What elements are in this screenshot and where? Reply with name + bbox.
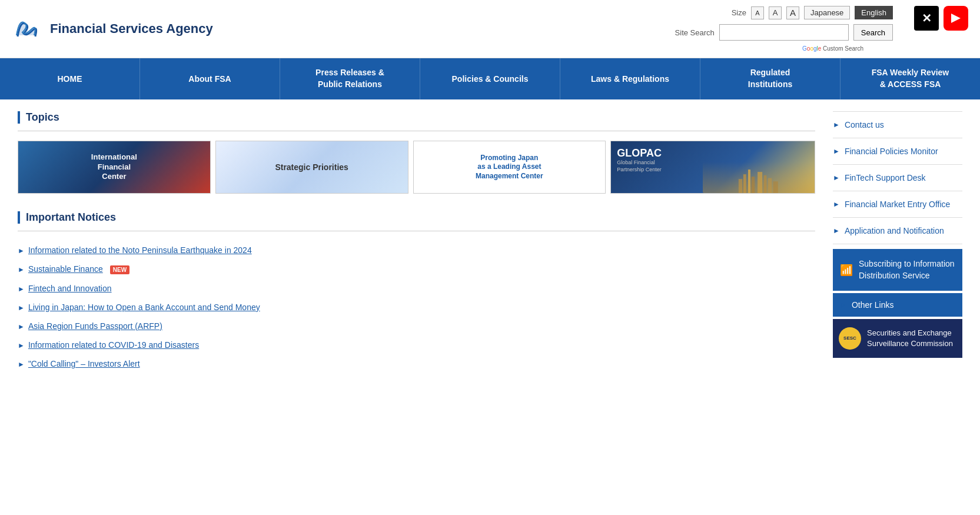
nav-about-fsa[interactable]: About FSA bbox=[140, 58, 280, 99]
main-nav: HOME About FSA Press Releases &Public Re… bbox=[0, 58, 980, 99]
list-item: ► Living in Japan: How to Open a Bank Ac… bbox=[18, 298, 815, 317]
size-small-button[interactable]: A bbox=[751, 6, 764, 19]
topic-card-promoting-japan[interactable]: Promoting Japanas a Leading AssetManagem… bbox=[413, 141, 606, 194]
search-row: Site Search Search bbox=[675, 24, 893, 41]
svg-rect-0 bbox=[12, 13, 44, 45]
arrow-icon: ► bbox=[18, 304, 25, 312]
main-content: Topics InternationalFinancialCenter Stra… bbox=[0, 99, 980, 385]
sidebar-link-label: Financial Policies Monitor bbox=[845, 147, 938, 156]
glopac-city-svg bbox=[702, 165, 813, 193]
topics-divider bbox=[18, 131, 815, 131]
header-top-right: Size A A A Japanese English Site Search … bbox=[675, 6, 968, 52]
nav-home[interactable]: HOME bbox=[0, 58, 140, 99]
google-custom-search-label: Google Custom Search bbox=[802, 45, 863, 52]
sidebar-cta-text: Subscribing to Information Distribution … bbox=[859, 258, 955, 281]
nav-regulated[interactable]: RegulatedInstitutions bbox=[700, 58, 841, 99]
sidebar-link-label: FinTech Support Desk bbox=[845, 173, 926, 182]
sidebar-arrow-icon: ► bbox=[833, 227, 840, 235]
topic-card-strategic-label: Strategic Priorities bbox=[271, 159, 352, 175]
logo-text: Financial Services Agency bbox=[50, 21, 213, 36]
japanese-lang-button[interactable]: Japanese bbox=[804, 6, 850, 19]
glopac-subtitle: Global FinancialPartnership Center bbox=[617, 160, 662, 173]
size-mid-button[interactable]: A bbox=[769, 6, 782, 19]
notice-link-sustainable[interactable]: Sustainable Finance bbox=[28, 264, 103, 274]
search-button[interactable]: Search bbox=[853, 24, 893, 41]
notice-link-arfp[interactable]: Asia Region Funds Passport (ARFP) bbox=[28, 321, 162, 331]
svg-rect-6 bbox=[763, 175, 766, 193]
sidebar-subscribe-cta[interactable]: 📶 Subscribing to Information Distributio… bbox=[833, 249, 962, 291]
size-large-button[interactable]: A bbox=[786, 6, 799, 19]
sesc-badge: SESC bbox=[839, 327, 861, 350]
sidebar-link-label: Application and Notification bbox=[845, 226, 944, 235]
topic-card-pj-label: Promoting Japanas a Leading AssetManagem… bbox=[473, 151, 546, 184]
search-label: Site Search bbox=[675, 28, 715, 37]
notice-list: ► Information related to the Noto Penins… bbox=[18, 241, 815, 373]
x-twitter-icon[interactable]: ✕ bbox=[914, 6, 939, 31]
notices-title: Important Notices bbox=[18, 211, 815, 224]
list-item: ► "Cold Calling" – Investors Alert bbox=[18, 354, 815, 373]
wifi-icon: 📶 bbox=[840, 264, 853, 277]
nav-laws[interactable]: Laws & Regulations bbox=[560, 58, 700, 99]
sidebar-link-label: Contact us bbox=[845, 120, 884, 129]
notice-link-noto[interactable]: Information related to the Noto Peninsul… bbox=[28, 245, 252, 255]
notices-divider bbox=[18, 231, 815, 231]
topic-cards: InternationalFinancialCenter Strategic P… bbox=[18, 141, 815, 194]
notice-link-fintech[interactable]: Fintech and Innovation bbox=[28, 284, 112, 293]
topic-card-ifc[interactable]: InternationalFinancialCenter bbox=[18, 141, 211, 194]
sidebar-financial-market[interactable]: ► Financial Market Entry Office bbox=[833, 191, 962, 218]
nav-policies[interactable]: Policies & Councils bbox=[420, 58, 560, 99]
list-item: ► Fintech and Innovation bbox=[18, 279, 815, 298]
header: Financial Services Agency Size A A A Jap… bbox=[0, 0, 980, 58]
sidebar-financial-policies[interactable]: ► Financial Policies Monitor bbox=[833, 138, 962, 165]
fsa-logo-icon bbox=[12, 13, 44, 45]
sidebar-link-label: Financial Market Entry Office bbox=[845, 200, 950, 209]
sidebar: ► Contact us ► Financial Policies Monito… bbox=[833, 111, 962, 373]
sidebar-other-arrow-icon: ► bbox=[840, 301, 847, 309]
svg-rect-2 bbox=[743, 174, 746, 193]
list-item: ► Information related to the Noto Penins… bbox=[18, 241, 815, 260]
arrow-icon: ► bbox=[18, 265, 25, 274]
topic-card-strategic[interactable]: Strategic Priorities bbox=[215, 141, 408, 194]
search-input[interactable] bbox=[719, 24, 849, 41]
sidebar-arrow-icon: ► bbox=[833, 200, 840, 208]
notice-link-covid[interactable]: Information related to COVID-19 and Disa… bbox=[28, 340, 199, 350]
sidebar-sesc[interactable]: SESC Securities and Exchange Surveillanc… bbox=[833, 319, 962, 358]
svg-rect-4 bbox=[751, 177, 755, 193]
youtube-icon[interactable] bbox=[944, 6, 968, 31]
list-item: ► Sustainable Finance NEW bbox=[18, 260, 815, 279]
list-item: ► Asia Region Funds Passport (ARFP) bbox=[18, 317, 815, 335]
notice-link-cold-calling[interactable]: "Cold Calling" – Investors Alert bbox=[28, 359, 140, 368]
sidebar-arrow-icon: ► bbox=[833, 147, 840, 155]
topics-title: Topics bbox=[18, 111, 815, 124]
svg-rect-1 bbox=[739, 179, 742, 193]
notice-link-living-japan[interactable]: Living in Japan: How to Open a Bank Acco… bbox=[28, 303, 260, 312]
svg-rect-3 bbox=[748, 170, 750, 193]
logo-area: Financial Services Agency bbox=[12, 13, 213, 45]
arrow-icon: ► bbox=[18, 285, 25, 293]
sidebar-sesc-text: Securities and Exchange Surveillance Com… bbox=[867, 328, 956, 349]
nav-press-releases[interactable]: Press Releases &Public Relations bbox=[280, 58, 420, 99]
size-label: Size bbox=[732, 8, 746, 17]
arrow-icon: ► bbox=[18, 323, 25, 331]
sidebar-application[interactable]: ► Application and Notification bbox=[833, 218, 962, 244]
glopac-title: GLOPAC bbox=[617, 147, 662, 160]
social-icons: ✕ bbox=[914, 6, 968, 31]
topic-card-glopac[interactable]: GLOPAC Global FinancialPartnership Cente… bbox=[610, 141, 815, 194]
svg-rect-7 bbox=[768, 178, 772, 193]
arrow-icon: ► bbox=[18, 247, 25, 255]
svg-rect-8 bbox=[773, 181, 778, 193]
new-badge: NEW bbox=[110, 265, 129, 274]
youtube-play-icon bbox=[951, 14, 961, 23]
sidebar-arrow-icon: ► bbox=[833, 121, 840, 129]
sidebar-fintech-support[interactable]: ► FinTech Support Desk bbox=[833, 165, 962, 191]
list-item: ► Information related to COVID-19 and Di… bbox=[18, 335, 815, 354]
important-notices-section: Important Notices ► Information related … bbox=[18, 211, 815, 373]
nav-fsa-weekly[interactable]: FSA Weekly Review& ACCESS FSA bbox=[841, 58, 980, 99]
arrow-icon: ► bbox=[18, 360, 25, 368]
svg-rect-5 bbox=[758, 172, 762, 193]
sidebar-contact-us[interactable]: ► Contact us bbox=[833, 111, 962, 138]
sidebar-other-links[interactable]: ► Other Links bbox=[833, 293, 962, 317]
english-lang-button[interactable]: English bbox=[855, 6, 893, 19]
size-lang-row: Size A A A Japanese English bbox=[732, 6, 893, 19]
topic-card-ifc-label: InternationalFinancialCenter bbox=[88, 149, 141, 186]
